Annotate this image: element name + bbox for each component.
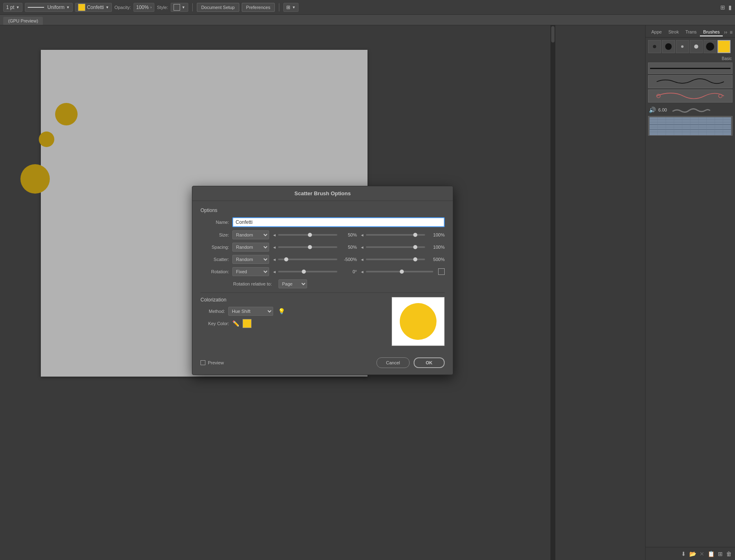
spacing-max-value: 100% bbox=[427, 245, 445, 250]
brush-dot-large-black[interactable] bbox=[704, 40, 717, 53]
spacing-arrow-right[interactable]: ◄ bbox=[360, 245, 364, 250]
opacity-selector[interactable]: 100% › bbox=[134, 3, 155, 12]
size-track-left[interactable] bbox=[278, 234, 337, 236]
menu-icon[interactable]: ≡ bbox=[730, 29, 733, 35]
scatter-arrow-right[interactable]: ◄ bbox=[360, 257, 364, 262]
tab-transform[interactable]: Trans bbox=[682, 28, 700, 36]
size-method-select[interactable]: Random bbox=[232, 230, 269, 239]
panel-tabs: Appe Strok Trans Brushes ›› ≡ bbox=[646, 25, 735, 38]
brush-texture-thumb[interactable] bbox=[648, 116, 733, 136]
size-arrow-right[interactable]: ◄ bbox=[360, 233, 364, 237]
cancel-button[interactable]: Cancel bbox=[376, 357, 409, 368]
rotation-method-select[interactable]: Fixed bbox=[232, 267, 269, 276]
stroke-size-selector[interactable]: 1 pt ▼ bbox=[3, 3, 22, 12]
dialog-divider bbox=[200, 292, 445, 293]
scatter-track-left[interactable] bbox=[278, 259, 337, 260]
ok-button[interactable]: OK bbox=[414, 357, 445, 368]
method-select[interactable]: Hue Shift bbox=[228, 307, 273, 316]
rotation-relative-label: Rotation relative to: bbox=[233, 281, 272, 286]
keycolor-swatch[interactable] bbox=[243, 319, 252, 328]
keycolor-label: Key Color: bbox=[200, 321, 229, 326]
basic-label: Basic bbox=[648, 56, 733, 61]
orange-stroke-svg bbox=[650, 91, 731, 101]
duplicate-brush-icon[interactable]: ⊞ bbox=[718, 551, 723, 557]
rotation-value: 0° bbox=[339, 269, 357, 274]
new-brush-icon[interactable]: 📋 bbox=[708, 551, 715, 557]
tab-stroke[interactable]: Strok bbox=[665, 28, 682, 36]
rotation-relative-select[interactable]: Page bbox=[278, 279, 307, 288]
rotation-track-right[interactable] bbox=[366, 271, 433, 272]
lightbulb-icon[interactable]: 💡 bbox=[278, 308, 285, 315]
arrange-icon: ⊞ bbox=[286, 4, 290, 10]
brush-stroke-orange[interactable] bbox=[648, 89, 733, 103]
rotation-check[interactable] bbox=[438, 268, 445, 275]
brush-stroke-line[interactable] bbox=[648, 62, 733, 74]
chevron-right-icon: › bbox=[150, 5, 151, 9]
style-label: Style: bbox=[157, 5, 168, 10]
rotation-relative-row: Rotation relative to: Page bbox=[233, 279, 445, 288]
delete-brush-icon-disabled: ✕ bbox=[699, 551, 704, 557]
scatter-label: Scatter: bbox=[200, 257, 229, 262]
document-setup-button[interactable]: Document Setup bbox=[197, 3, 239, 12]
dialog-title: Scatter Brush Options bbox=[294, 190, 351, 196]
svg-point-1 bbox=[719, 94, 722, 98]
tab-bar: (GPU Preview) bbox=[0, 15, 735, 25]
chevron-down-icon: ▼ bbox=[16, 5, 20, 9]
size-arrow-left[interactable]: ◄ bbox=[272, 233, 276, 237]
footer-buttons: Cancel OK bbox=[376, 357, 445, 368]
eyedropper-icon[interactable]: ✏️ bbox=[232, 320, 239, 327]
preferences-button[interactable]: Preferences bbox=[242, 3, 275, 12]
tab-brushes[interactable]: Brushes bbox=[700, 28, 723, 36]
stroke-type-selector[interactable]: Uniform ▼ bbox=[25, 3, 73, 12]
scatter-thumb-left[interactable] bbox=[284, 257, 288, 261]
delete-brush-icon[interactable]: 🗑 bbox=[726, 551, 732, 557]
canvas-area: Scatter Brush Options Options Name: Size… bbox=[0, 25, 645, 560]
brush-dot-medium-black[interactable] bbox=[662, 40, 675, 53]
scatter-brush-dialog: Scatter Brush Options Options Name: Size… bbox=[192, 186, 453, 375]
name-input[interactable] bbox=[232, 217, 445, 227]
import-brushes-icon[interactable]: ⬇ bbox=[681, 551, 686, 557]
spacing-arrow-left[interactable]: ◄ bbox=[272, 245, 276, 250]
scatter-arrow-left[interactable]: ◄ bbox=[272, 257, 276, 262]
main-area: Scatter Brush Options Options Name: Size… bbox=[0, 25, 735, 560]
rotation-arrow-left[interactable]: ◄ bbox=[272, 270, 276, 274]
name-row: Name: bbox=[200, 217, 445, 227]
tab-appearance[interactable]: Appe bbox=[648, 28, 665, 36]
spacing-track-left[interactable] bbox=[278, 246, 337, 248]
right-panel: Appe Strok Trans Brushes ›› ≡ bbox=[645, 25, 735, 560]
brush-dot-small-black[interactable] bbox=[648, 40, 661, 53]
preview-checkbox[interactable] bbox=[200, 360, 205, 365]
arrange-selector[interactable]: ⊞ ▼ bbox=[283, 3, 298, 12]
canvas-tab[interactable]: (GPU Preview) bbox=[3, 17, 43, 25]
scatter-max-value: 500% bbox=[427, 257, 445, 262]
panel-bottom-toolbar: ⬇ 📂 ✕ 📋 ⊞ 🗑 bbox=[646, 547, 735, 560]
chevron-right-panel-icon[interactable]: ›› bbox=[724, 29, 727, 35]
size-thumb-left[interactable] bbox=[308, 233, 312, 237]
rotation-thumb-left[interactable] bbox=[302, 270, 306, 274]
size-thumb-right[interactable] bbox=[413, 233, 417, 237]
stroke-type-value: Uniform bbox=[47, 4, 65, 10]
preview-circle bbox=[400, 303, 437, 340]
brush-yellow-swatch[interactable] bbox=[717, 40, 731, 53]
spacing-thumb-left[interactable] bbox=[308, 245, 312, 249]
rotation-track-left[interactable] bbox=[278, 271, 337, 272]
rotation-arrow-right[interactable]: ◄ bbox=[360, 270, 364, 274]
separator-2 bbox=[279, 3, 279, 11]
brush-dot-medium-grey[interactable] bbox=[690, 40, 703, 53]
scatter-thumb-right[interactable] bbox=[413, 257, 417, 261]
spacing-thumb-right[interactable] bbox=[413, 245, 417, 249]
rotation-slider-left: ◄ 0° bbox=[272, 269, 357, 274]
size-track-right[interactable] bbox=[366, 234, 425, 236]
brush-stroke-curvy-1[interactable] bbox=[648, 75, 733, 88]
scatter-row: Scatter: Random ◄ -500% ◄ bbox=[200, 255, 445, 264]
spacing-track-right[interactable] bbox=[366, 246, 425, 248]
rotation-thumb-right[interactable] bbox=[400, 270, 404, 274]
brush-selector[interactable]: Confetti ▼ bbox=[75, 3, 112, 12]
spacing-method-select[interactable]: Random bbox=[232, 243, 269, 252]
spacing-min-value: 50% bbox=[339, 245, 357, 250]
brush-dot-small-grey[interactable] bbox=[676, 40, 689, 53]
brush-libraries-icon[interactable]: 📂 bbox=[689, 551, 696, 557]
style-selector[interactable]: ▼ bbox=[171, 3, 188, 12]
scatter-track-right[interactable] bbox=[366, 259, 425, 260]
scatter-method-select[interactable]: Random bbox=[232, 255, 269, 264]
